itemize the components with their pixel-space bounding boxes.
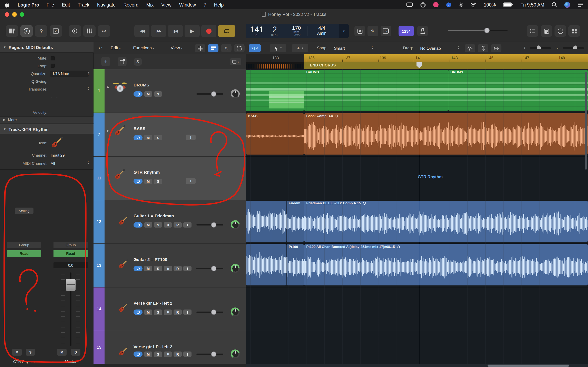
- track-mute-button[interactable]: M: [144, 266, 152, 271]
- region-pt100-all-chan-boosted-a[interactable]: Pt100 All Chan Boosted A (delay 254ms mi…: [304, 244, 588, 285]
- track-volume-slider[interactable]: [196, 224, 223, 225]
- master-fader-cap[interactable]: [66, 279, 76, 291]
- strip1-mute-button[interactable]: M: [12, 349, 22, 356]
- track-disclosure-icon[interactable]: ▶: [107, 86, 109, 89]
- midi-in-arrow-icon[interactable]: ↩: [98, 45, 102, 50]
- track-volume-slider[interactable]: [196, 312, 223, 313]
- list-editors-button[interactable]: [527, 25, 538, 37]
- track-header-13[interactable]: 13Guitar 2 = PT100MS❄RI: [94, 244, 246, 287]
- region-inspector-header[interactable]: ▼ Region: MIDI Defaults: [0, 42, 94, 53]
- menu-item-window[interactable]: Window: [179, 2, 196, 7]
- track-power-button[interactable]: [134, 309, 143, 315]
- strip2-gain-field[interactable]: 0.0: [53, 262, 88, 268]
- track-volume-knob[interactable]: [211, 222, 216, 227]
- track-record-enable-button[interactable]: R: [173, 266, 182, 271]
- track-solo-button[interactable]: S: [154, 222, 162, 227]
- track-header-7[interactable]: 7▶BASSMSI: [94, 113, 246, 157]
- vertical-auto-zoom-button[interactable]: [478, 44, 488, 52]
- apple-menu-icon[interactable]: [5, 2, 10, 8]
- menu-item-track[interactable]: Track: [78, 2, 89, 7]
- master-fader[interactable]: [61, 272, 80, 346]
- strip2-group-field[interactable]: Group: [53, 242, 88, 248]
- field-checkbox[interactable]: [51, 56, 55, 60]
- region-drums[interactable]: DRUMS: [448, 70, 588, 111]
- track-solo-button[interactable]: S: [154, 266, 162, 271]
- track-power-button[interactable]: [134, 135, 143, 140]
- forward-button[interactable]: ▶▶: [151, 25, 166, 37]
- arrange-row-15[interactable]: [246, 331, 588, 364]
- horizontal-scrollbar-thumb[interactable]: [488, 365, 569, 367]
- track-inspector-header[interactable]: ▼ Track: GTR Rhythm: [0, 124, 94, 134]
- solo-mode-button[interactable]: S: [380, 26, 391, 36]
- field-checkbox[interactable]: [51, 64, 55, 68]
- region-13-0[interactable]: [246, 244, 287, 285]
- track-pan-knob[interactable]: [231, 89, 240, 98]
- midi-channel-field-value[interactable]: All: [51, 161, 55, 166]
- track-power-button[interactable]: [134, 91, 143, 97]
- strip2-mute-button[interactable]: M: [57, 349, 67, 356]
- more-row[interactable]: ▶ More: [0, 116, 94, 123]
- track-mute-button[interactable]: M: [144, 222, 152, 227]
- marker-end-chorus[interactable]: END CHORUS: [304, 62, 588, 69]
- marquee-button[interactable]: [234, 44, 245, 52]
- arrange-row-13[interactable]: Pt100Pt100 All Chan Boosted A (delay 254…: [246, 244, 588, 287]
- track-input-monitor-button[interactable]: I: [183, 309, 191, 315]
- track-header-11[interactable]: 11▼GTR RhythmMSI: [94, 157, 246, 200]
- track-input-monitor-button[interactable]: I: [186, 134, 196, 140]
- vertical-zoom-slider[interactable]: [530, 47, 551, 49]
- low-latency-pencil-button[interactable]: ✎: [367, 26, 378, 36]
- region-bass-comp-b-4[interactable]: Bass: Comp B.4: [304, 113, 588, 155]
- track-power-button[interactable]: [134, 179, 143, 184]
- midi-channel-stepper[interactable]: ▲▼: [87, 161, 89, 165]
- track-header-14[interactable]: 14Verse gtr LP - left 2MS❄RI: [94, 287, 246, 331]
- catch-playhead-button[interactable]: >❙<: [249, 44, 261, 52]
- track-power-button[interactable]: [134, 222, 143, 227]
- arrange-row-1[interactable]: DRUMSDRUMS: [246, 69, 588, 113]
- master-volume-slider[interactable]: [448, 28, 508, 34]
- record-button[interactable]: [201, 25, 216, 37]
- lcd-mode-chevron[interactable]: ▾: [339, 24, 349, 38]
- strip1-automation-read-button[interactable]: Read: [7, 250, 41, 257]
- blue-hexagon-app-icon[interactable]: J: [446, 2, 452, 8]
- track-freeze-button[interactable]: ❄: [164, 266, 172, 271]
- autopunch-button[interactable]: [355, 26, 365, 36]
- track-record-enable-button[interactable]: R: [173, 222, 182, 227]
- count-in-button[interactable]: 1234: [398, 26, 414, 36]
- menu-item-file[interactable]: File: [47, 2, 54, 7]
- track-solo-button[interactable]: S: [154, 179, 162, 184]
- headphones-status-icon[interactable]: [420, 2, 426, 8]
- browsers-button[interactable]: [568, 25, 580, 37]
- duplicate-track-button[interactable]: [118, 57, 127, 66]
- region-pt100[interactable]: Pt100: [287, 244, 304, 285]
- grid-active-button[interactable]: [208, 44, 218, 52]
- view-menu-button[interactable]: View ▾: [171, 45, 182, 50]
- punch-button[interactable]: [69, 25, 81, 37]
- track-pan-knob[interactable]: [231, 308, 240, 317]
- arrange-row-12[interactable]: FriedmFriedman BE100 #3B: Comp A.15: [246, 200, 588, 244]
- region-friedman-be100-3b-comp-a[interactable]: Friedman BE100 #3B: Comp A.15: [304, 201, 588, 242]
- field-stepper[interactable]: ▲▼: [87, 71, 89, 75]
- track-mute-button[interactable]: M: [144, 91, 152, 97]
- horizontal-auto-zoom-button[interactable]: [491, 44, 502, 52]
- menu-item-7[interactable]: 7: [204, 2, 206, 7]
- region-bass[interactable]: BASS: [246, 113, 304, 155]
- track-volume-knob[interactable]: [211, 91, 216, 97]
- functions-menu-button[interactable]: Functions ▾: [133, 45, 154, 50]
- track-disclosure-icon[interactable]: ▶: [107, 129, 109, 133]
- toolbar-toggle-button[interactable]: ✓: [50, 25, 62, 37]
- track-freeze-button[interactable]: ❄: [164, 309, 172, 315]
- track-record-enable-button[interactable]: R: [173, 351, 182, 357]
- menu-item-view[interactable]: View: [161, 2, 171, 7]
- comp-take-indicator[interactable]: [397, 245, 400, 248]
- scissors-button[interactable]: ✂: [98, 25, 110, 37]
- track-volume-slider[interactable]: [196, 93, 223, 95]
- app-menu[interactable]: Logic Pro: [17, 2, 39, 7]
- menu-item-record[interactable]: Record: [123, 2, 138, 7]
- track-volume-slider[interactable]: [196, 268, 223, 269]
- strip1-solo-button[interactable]: S: [26, 349, 35, 356]
- note-pads-button[interactable]: [541, 25, 552, 37]
- track-mute-button[interactable]: M: [144, 135, 152, 140]
- arrange-area[interactable]: DRUMSDRUMSBASSBass: Comp B.4GTR RhythmFr…: [246, 69, 588, 364]
- vertical-scrollbar-thumb[interactable]: [585, 72, 587, 170]
- track-volume-knob[interactable]: [211, 266, 216, 271]
